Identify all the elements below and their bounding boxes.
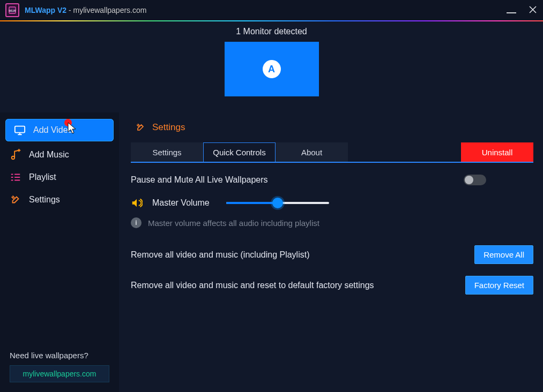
titlebar: MLW MLWapp V2 - mylivewallpapers.com xyxy=(0,0,543,20)
svg-text:MLW: MLW xyxy=(9,9,16,12)
sidebar-item-add-music[interactable]: Add Music xyxy=(0,144,119,166)
master-volume-label: Master Volume xyxy=(152,198,217,208)
content-header: Settings xyxy=(131,122,533,133)
content-title: Settings xyxy=(152,122,185,133)
remove-all-label: Remove all video and music (including Pl… xyxy=(131,250,309,260)
master-volume-help-row: i Master volume affects all audio includ… xyxy=(131,217,533,228)
monitor-tile[interactable]: A xyxy=(225,42,319,96)
app-logo: MLW xyxy=(5,3,19,17)
monitor-status-text: 1 Monitor detected xyxy=(236,27,307,36)
sidebar-item-label: Add Music xyxy=(29,150,69,160)
master-volume-help: Master volume affects all audio includin… xyxy=(148,218,319,228)
uninstall-button[interactable]: Uninstall xyxy=(461,142,533,162)
sidebar: Add Video Add Music Playlist Settings Ne… xyxy=(0,112,119,392)
tab-about[interactable]: About xyxy=(276,142,348,162)
master-volume-slider[interactable] xyxy=(226,198,329,208)
window-title: MLWapp V2 - mylivewallpapers.com xyxy=(25,6,146,14)
slider-thumb[interactable] xyxy=(272,198,283,208)
pause-mute-label: Pause and Mute All Live Wallpapers xyxy=(131,175,268,185)
factory-reset-button[interactable]: Factory Reset xyxy=(465,276,533,295)
sidebar-item-label: Add Video xyxy=(33,125,73,135)
info-icon: i xyxy=(131,217,142,228)
sidebar-item-label: Settings xyxy=(29,195,60,205)
tools-icon xyxy=(10,194,21,206)
sidebar-item-add-video[interactable]: Add Video xyxy=(5,119,114,141)
volume-icon xyxy=(131,197,143,209)
master-volume-block: Master Volume i Master volume affects al… xyxy=(131,197,533,228)
tab-quick-controls[interactable]: Quick Controls xyxy=(203,142,276,162)
svg-rect-4 xyxy=(11,174,13,175)
close-button[interactable] xyxy=(528,5,538,16)
pause-mute-row: Pause and Mute All Live Wallpapers xyxy=(131,175,533,185)
remove-all-button[interactable]: Remove All xyxy=(474,245,533,264)
sidebar-item-label: Playlist xyxy=(29,172,56,182)
tabs-row: Settings Quick Controls About Uninstall xyxy=(131,142,533,162)
footer-link[interactable]: mylivewallpapers.com xyxy=(10,365,109,382)
sidebar-item-settings[interactable]: Settings xyxy=(0,189,119,211)
remove-all-row: Remove all video and music (including Pl… xyxy=(131,245,533,264)
tab-settings[interactable]: Settings xyxy=(131,142,203,162)
toggle-knob xyxy=(465,176,473,184)
sidebar-footer: Need live wallpapers? mylivewallpapers.c… xyxy=(0,341,119,392)
minimize-button[interactable] xyxy=(507,12,516,13)
svg-rect-2 xyxy=(15,126,25,133)
app-name: MLWapp V2 xyxy=(25,6,66,14)
svg-rect-5 xyxy=(11,177,13,178)
footer-prompt: Need live wallpapers? xyxy=(10,351,109,360)
slider-fill xyxy=(226,202,278,204)
pause-mute-toggle[interactable] xyxy=(464,175,486,185)
playlist-icon xyxy=(10,171,21,183)
factory-reset-label: Remove all video and music and reset to … xyxy=(131,281,374,290)
factory-reset-row: Remove all video and music and reset to … xyxy=(131,276,533,295)
svg-rect-6 xyxy=(11,180,13,181)
content-panel: Settings Settings Quick Controls About U… xyxy=(119,112,543,392)
music-plus-icon xyxy=(10,149,21,161)
monitor-id-badge: A xyxy=(263,60,281,78)
monitor-detect-panel: 1 Monitor detected A xyxy=(0,21,543,112)
tools-icon xyxy=(135,122,146,133)
sidebar-item-playlist[interactable]: Playlist xyxy=(0,166,119,189)
monitor-icon xyxy=(14,124,26,136)
tabs-underline xyxy=(131,162,533,163)
